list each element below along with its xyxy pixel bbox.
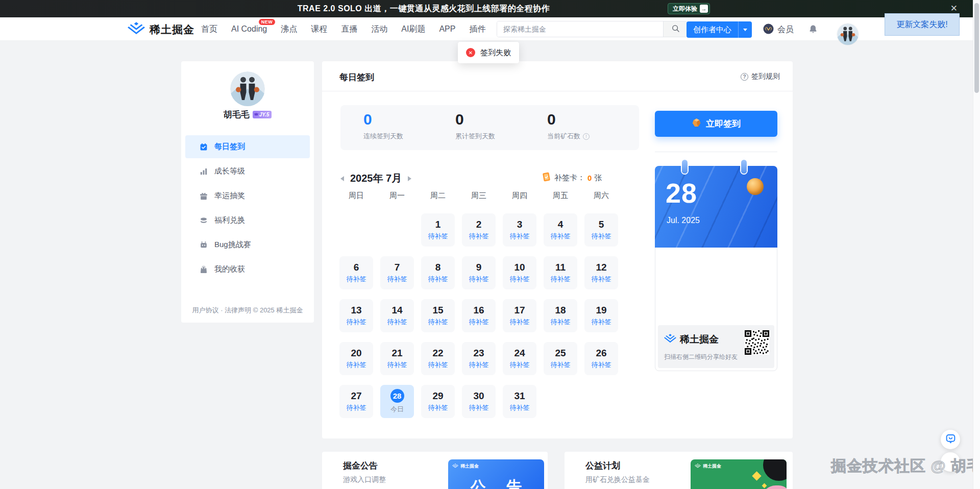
calendar-day-29[interactable]: 29待补签 (421, 385, 455, 418)
date-card-day: 28 (666, 179, 697, 207)
sidebar-item-harvest-bag[interactable]: 我的收获 (185, 258, 310, 281)
next-month-icon[interactable] (408, 176, 411, 181)
nav-item-3[interactable]: 沸点 (281, 24, 297, 35)
calendar-day-8[interactable]: 8待补签 (421, 256, 455, 289)
calendar-day-5[interactable]: 5待补签 (584, 213, 618, 247)
welfare-stack-icon (200, 216, 208, 225)
calendar-day-27[interactable]: 27待补签 (339, 385, 373, 418)
day-status: 待补签 (347, 403, 366, 412)
day-status: 今日 (390, 405, 404, 414)
calendar-day-22[interactable]: 22待补签 (421, 342, 455, 375)
prev-month-icon[interactable] (340, 176, 344, 181)
sidebar-item-bug[interactable]: Bug挑战赛 (185, 233, 310, 256)
calendar-day-20[interactable]: 20待补签 (339, 342, 373, 375)
calendar-day-15[interactable]: 15待补签 (421, 299, 455, 332)
sidebar-item-calendar-check[interactable]: 每日签到 (185, 135, 310, 158)
search-input[interactable] (497, 21, 663, 37)
weekday-label: 周六 (584, 191, 618, 201)
calendar-day-today[interactable]: 28今日 (380, 385, 414, 418)
signin-failed-toast: ✕ 签到失败 (458, 42, 519, 63)
day-status: 待补签 (387, 275, 407, 284)
scrollbar-thumb[interactable] (974, 3, 979, 93)
calendar-day-14[interactable]: 14待补签 (380, 299, 414, 332)
promo-cta-button[interactable]: 立即体验 → (668, 3, 710, 14)
question-circle-icon: ? (741, 73, 748, 81)
charity-image: 稀土掘金 点石成金 公益计划 (691, 459, 787, 489)
charity-card[interactable]: 公益计划 用矿石兑换公益基金 稀土掘金 点石成金 公益计划 (565, 452, 793, 489)
calendar-day-12[interactable]: 12待补签 (584, 256, 618, 289)
makeup-card-icon (541, 172, 552, 184)
calendar-day-4[interactable]: 4待补签 (544, 213, 577, 247)
weekday-label: 周三 (462, 191, 496, 201)
day-number: 4 (558, 219, 564, 230)
sidebar-item-welfare-stack[interactable]: 福利兑换 (185, 209, 310, 232)
calendar-day-19[interactable]: 19待补签 (584, 299, 618, 332)
image-brand: 稀土掘金 (695, 463, 721, 470)
signin-rules-link[interactable]: ? 签到规则 (741, 72, 780, 81)
calendar-day-23[interactable]: 23待补签 (462, 342, 496, 375)
sidebar-item-gift[interactable]: 幸运抽奖 (185, 184, 310, 207)
nav-item-5[interactable]: 直播 (341, 24, 357, 35)
day-number: 29 (432, 391, 443, 401)
calendar-day-2[interactable]: 2待补签 (462, 213, 496, 247)
info-icon[interactable]: ! (583, 133, 590, 140)
day-status: 待补签 (551, 275, 571, 284)
notifications-bell-icon[interactable] (808, 24, 818, 36)
sidebar-item-growth-chart[interactable]: 成长等级 (185, 160, 310, 183)
calendar-day-7[interactable]: 7待补签 (380, 256, 414, 289)
day-number: 22 (432, 348, 443, 358)
search-box (497, 21, 688, 37)
nav-item-1[interactable]: 首页 (201, 24, 217, 35)
calendar-day-9[interactable]: 9待补签 (462, 256, 496, 289)
qr-code (745, 330, 769, 355)
signin-now-label: 立即签到 (706, 118, 741, 130)
level-badge: JY.5 (253, 111, 272, 118)
nav-item-8[interactable]: APP (439, 25, 455, 34)
date-card-artwork: 28 Jul. 2025 (655, 166, 777, 248)
sidebar-menu: 每日签到成长等级幸运抽奖福利兑换Bug挑战赛我的收获 (185, 135, 310, 281)
calendar-day-17[interactable]: 17待补签 (503, 299, 536, 332)
nav-item-6[interactable]: 活动 (371, 24, 387, 35)
member-link[interactable]: 会员 (763, 23, 794, 37)
calendar-day-18[interactable]: 18待补签 (544, 299, 577, 332)
calendar-day-10[interactable]: 10待补签 (503, 256, 536, 289)
calendar-day-1[interactable]: 1待补签 (421, 213, 455, 247)
day-status: 待补签 (428, 232, 448, 241)
calendar-day-11[interactable]: 11待补签 (544, 256, 577, 289)
watermark: 掘金技术社区 @ 胡毛毛 (831, 456, 980, 477)
weekday-row: 周日周一周二周三周四周五周六 (339, 191, 618, 201)
calendar-day-26[interactable]: 26待补签 (584, 342, 618, 375)
calendar-day-13[interactable]: 13待补签 (339, 299, 373, 332)
day-number: 11 (555, 262, 566, 273)
juejin-logo[interactable]: 稀土掘金 (128, 22, 194, 37)
nav-item-7[interactable]: AI刷题 (401, 24, 425, 35)
day-status: 待补签 (347, 317, 366, 327)
user-avatar[interactable] (837, 23, 859, 45)
signin-now-button[interactable]: 立即签到 (655, 111, 777, 137)
nav-item-9[interactable]: 插件 (469, 24, 485, 35)
calendar-day-3[interactable]: 3待补签 (503, 213, 536, 247)
nav-item-4[interactable]: 课程 (311, 24, 327, 35)
calendar-day-25[interactable]: 25待补签 (544, 342, 577, 375)
calendar-day-31[interactable]: 31待补签 (503, 385, 536, 418)
announcement-card[interactable]: 掘金公告 游戏入口调整 稀土掘金 公 告 (322, 452, 548, 489)
creator-dropdown-toggle[interactable] (738, 21, 752, 38)
nav-item-2[interactable]: AI CodingNEW (231, 25, 267, 34)
search-button[interactable] (663, 21, 687, 37)
page-scrollbar (973, 0, 980, 489)
calendar-day-6[interactable]: 6待补签 (339, 256, 373, 289)
profile-avatar[interactable] (230, 71, 265, 106)
promo-cta-label: 立即体验 (673, 5, 697, 13)
chevron-down-icon (743, 29, 747, 31)
creator-center-button[interactable]: 创作者中心 (687, 21, 752, 38)
arrow-right-icon: → (700, 5, 708, 13)
calendar-day-16[interactable]: 16待补签 (462, 299, 496, 332)
calendar-day-24[interactable]: 24待补签 (503, 342, 536, 375)
calendar-check-icon (200, 143, 208, 151)
calendar-day-21[interactable]: 21待补签 (380, 342, 414, 375)
day-status: 待补签 (551, 232, 571, 241)
calendar-day-30[interactable]: 30待补签 (462, 385, 496, 418)
ore-icon (692, 118, 701, 130)
weekday-label: 周四 (503, 191, 536, 201)
feedback-chat-button[interactable] (941, 430, 960, 449)
